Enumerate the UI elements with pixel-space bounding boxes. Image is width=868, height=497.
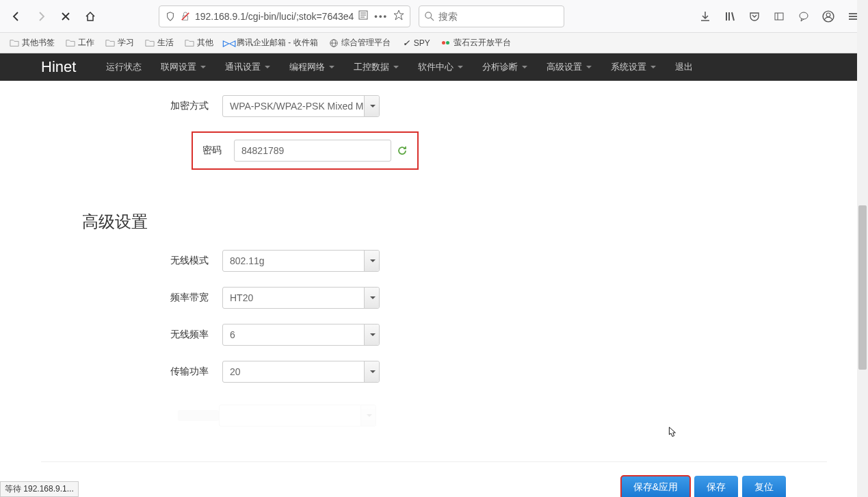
- account-icon[interactable]: [819, 7, 838, 26]
- txpower-label: 传输功率: [41, 366, 222, 378]
- channel-select[interactable]: 6: [222, 324, 380, 346]
- bookmark-link[interactable]: ✓ SPY: [397, 36, 434, 51]
- bookmark-folder[interactable]: 学习: [101, 34, 138, 51]
- ezviz-icon: [441, 38, 451, 48]
- insecure-icon: [180, 11, 191, 22]
- chevron-down-icon: [265, 66, 270, 68]
- brand-logo: Hinet: [41, 58, 76, 76]
- forward-button[interactable]: [30, 5, 52, 27]
- spy-icon: ✓: [402, 38, 411, 48]
- refresh-icon[interactable]: [397, 145, 408, 156]
- channel-row: 无线频率 6: [41, 323, 827, 346]
- reader-icon[interactable]: [358, 10, 369, 23]
- browser-search-input[interactable]: [438, 11, 558, 22]
- menu-dots-icon[interactable]: •••: [374, 11, 388, 21]
- chevron-down-icon: [393, 66, 399, 68]
- back-button[interactable]: [5, 5, 27, 27]
- nav-logout[interactable]: 退出: [666, 53, 702, 81]
- folder-icon: [66, 38, 75, 48]
- content-area: 加密方式 WPA-PSK/WPA2-PSK Mixed Mo 密码 高级设置 无…: [0, 81, 868, 497]
- save-apply-button[interactable]: 保存&应用: [621, 476, 690, 497]
- svg-point-13: [800, 12, 808, 19]
- nav-status[interactable]: 运行状态: [96, 53, 151, 81]
- nav-industrial-data[interactable]: 工控数据: [344, 53, 408, 81]
- svg-point-15: [826, 12, 830, 16]
- chevron-down-icon: [370, 296, 376, 299]
- dropdown-btn[interactable]: [364, 251, 379, 271]
- home-button[interactable]: [79, 5, 101, 27]
- shield-icon: [165, 11, 176, 22]
- nav-programming[interactable]: 编程网络: [280, 53, 344, 81]
- nav-communication[interactable]: 通讯设置: [215, 53, 280, 81]
- chat-icon[interactable]: [794, 7, 813, 26]
- chevron-down-icon: [370, 370, 376, 373]
- wireless-mode-select[interactable]: 802.11g: [222, 250, 380, 272]
- bookmark-link[interactable]: 综合管理平台: [325, 34, 395, 51]
- password-label: 密码: [202, 144, 234, 157]
- bandwidth-row: 频率带宽 HT20: [41, 286, 827, 309]
- dropdown-btn[interactable]: [364, 324, 379, 345]
- password-input[interactable]: [234, 140, 391, 162]
- nav-advanced[interactable]: 高级设置: [537, 53, 601, 81]
- stop-button[interactable]: [55, 5, 77, 27]
- bandwidth-select[interactable]: HT20: [222, 287, 380, 309]
- folder-icon: [105, 38, 115, 48]
- bookmark-folder[interactable]: 其他: [181, 34, 218, 51]
- nav-software[interactable]: 软件中心: [408, 53, 473, 81]
- browser-toolbar: 192.168.9.1/cgi-bin/luci/;stok=7643e4 ••…: [0, 0, 868, 33]
- chevron-down-icon: [650, 66, 656, 68]
- bandwidth-label: 频率带宽: [41, 292, 222, 304]
- sidebar-icon[interactable]: [770, 7, 789, 26]
- bookmarks-bar: 其他书签 工作 学习 生活 其他 ▷◁ 腾讯企业邮箱 - 收件箱 综合管理平台 …: [0, 33, 868, 53]
- txpower-row: 传输功率 20: [41, 360, 827, 383]
- mail-icon: ▷◁: [224, 38, 234, 48]
- chevron-down-icon: [370, 105, 376, 107]
- nav-system[interactable]: 系统设置: [601, 53, 666, 81]
- chevron-down-icon: [458, 66, 463, 68]
- password-row-highlighted: 密码: [192, 131, 419, 170]
- nav-diagnostics[interactable]: 分析诊断: [473, 53, 537, 81]
- chevron-down-icon: [586, 66, 592, 68]
- bookmark-folder[interactable]: 其他书签: [5, 34, 59, 51]
- scrollbar-thumb[interactable]: [858, 205, 867, 370]
- globe-icon: [329, 38, 339, 48]
- save-button[interactable]: 保存: [694, 476, 738, 497]
- bookmark-folder[interactable]: 工作: [62, 34, 98, 51]
- ghost-row: [41, 404, 827, 427]
- chevron-down-icon: [370, 333, 376, 336]
- url-bar[interactable]: 192.168.9.1/cgi-bin/luci/;stok=7643e4 ••…: [159, 5, 410, 27]
- folder-icon: [185, 38, 194, 48]
- channel-label: 无线频率: [41, 329, 222, 341]
- chevron-down-icon: [200, 66, 206, 68]
- svg-point-6: [425, 12, 432, 18]
- scrollbar[interactable]: [857, 0, 868, 497]
- folder-icon: [10, 38, 19, 48]
- search-icon: [425, 12, 434, 21]
- reset-button[interactable]: 复位: [742, 476, 786, 497]
- encryption-row: 加密方式 WPA-PSK/WPA2-PSK Mixed Mo: [41, 94, 827, 118]
- url-text: 192.168.9.1/cgi-bin/luci/;stok=7643e4: [195, 11, 354, 22]
- chevron-down-icon: [522, 66, 527, 68]
- dropdown-btn[interactable]: [364, 361, 379, 382]
- encryption-label: 加密方式: [41, 100, 222, 112]
- chevron-down-icon: [329, 66, 334, 68]
- encryption-select[interactable]: WPA-PSK/WPA2-PSK Mixed Mo: [222, 95, 380, 117]
- dropdown-btn[interactable]: [364, 288, 379, 308]
- wireless-mode-label: 无线模式: [41, 255, 222, 267]
- bookmark-folder[interactable]: 生活: [141, 34, 178, 51]
- bookmark-link[interactable]: 萤石云开放平台: [437, 34, 515, 51]
- pocket-icon[interactable]: [745, 7, 764, 26]
- browser-search-bar[interactable]: [419, 5, 564, 27]
- status-bar: 等待 192.168.9.1...: [0, 481, 79, 497]
- chevron-down-icon: [370, 259, 376, 262]
- star-icon[interactable]: [393, 10, 404, 23]
- library-icon[interactable]: [720, 7, 739, 26]
- nav-network[interactable]: 联网设置: [151, 53, 215, 81]
- txpower-select[interactable]: 20: [222, 361, 380, 383]
- bookmark-link[interactable]: ▷◁ 腾讯企业邮箱 - 收件箱: [220, 34, 322, 51]
- dropdown-btn[interactable]: [364, 96, 379, 116]
- app-nav: Hinet 运行状态 联网设置 通讯设置 编程网络 工控数据 软件中心 分析诊断…: [0, 53, 868, 81]
- download-icon[interactable]: [696, 7, 715, 26]
- wireless-mode-row: 无线模式 802.11g: [41, 249, 827, 272]
- svg-line-10: [732, 12, 734, 21]
